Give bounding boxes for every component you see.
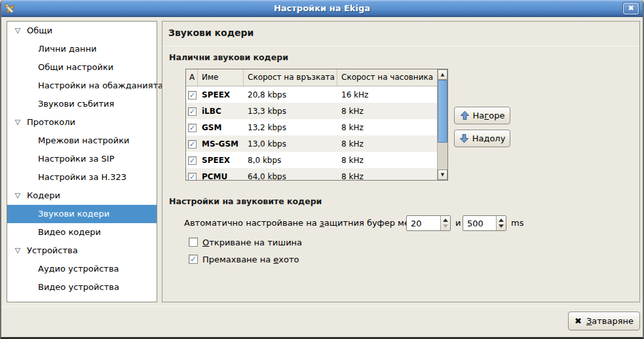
title-separator	[163, 46, 639, 46]
table-row[interactable]: ✓ PCMU 64,0 kbps 8 kHz	[186, 168, 438, 181]
scroll-down-icon[interactable]: ▼	[438, 170, 447, 180]
sidebar-item-codecs[interactable]: ▽ Кодери	[7, 187, 157, 205]
close-button-label: Затваряне	[586, 316, 634, 326]
table-row[interactable]: ✓ iLBC 13,3 kbps 8 kHz	[186, 103, 438, 119]
sidebar-item-network-settings[interactable]: Мрежови настройки	[7, 132, 157, 150]
unit-label: ms	[511, 218, 523, 228]
close-dialog-button[interactable]: ✖ Затваряне	[568, 312, 640, 330]
table-scrollbar[interactable]: ▲ ▼	[437, 69, 447, 180]
window-title: Настройки на Ekiga	[0, 3, 644, 13]
expander-icon[interactable]: ▽	[12, 187, 23, 205]
between-label: и	[455, 218, 461, 228]
sidebar-item-general[interactable]: ▽ Общи	[7, 22, 157, 40]
codec-enabled-checkbox[interactable]: ✓	[188, 107, 197, 116]
echo-cancellation-checkbox[interactable]: ✓	[189, 255, 198, 264]
move-up-button[interactable]: Нагоре	[454, 107, 510, 124]
sidebar-item-personal-data[interactable]: Лични данни	[7, 40, 157, 58]
preferences-window: Настройки на Ekiga ✖ ▽ Общи Лични данни …	[0, 0, 644, 339]
spinner-buttons[interactable]	[440, 216, 450, 230]
expander-icon[interactable]: ▽	[12, 241, 23, 260]
audio-codecs-panel: Звукови кодери Налични звукови кодери А …	[162, 21, 640, 302]
sidebar-item-sip-settings[interactable]: Настройки за SIP	[7, 150, 157, 168]
jitter-max-spinbutton[interactable]: 500	[463, 215, 506, 231]
column-header-bandwidth[interactable]: Скорост на връзката	[244, 69, 337, 86]
sidebar-item-devices[interactable]: ▽ Устройства	[7, 241, 157, 260]
footer-separator	[1, 306, 643, 307]
codec-enabled-checkbox[interactable]: ✓	[188, 140, 197, 149]
sidebar-item-video-codecs[interactable]: Видео кодери	[7, 223, 157, 241]
table-row[interactable]: ✓ GSM 13,2 kbps 8 kHz	[186, 119, 438, 135]
scroll-up-icon[interactable]: ▲	[438, 69, 447, 80]
silence-detection-label: Откриване на тишина	[202, 238, 302, 247]
spin-down-icon[interactable]	[443, 224, 448, 228]
arrow-down-icon	[459, 134, 469, 143]
table-row[interactable]: ✓ MS-GSM 13,0 kbps 8 kHz	[186, 135, 438, 152]
sidebar-item-general-settings[interactable]: Общи настройки	[7, 58, 157, 77]
table-row[interactable]: ✓ SPEEX 20,8 kbps 16 kHz	[186, 86, 438, 103]
close-x-icon: ✖	[575, 316, 582, 326]
arrow-up-icon	[460, 111, 470, 120]
title-bar[interactable]: Настройки на Ekiga ✖	[0, 0, 644, 17]
close-window-button[interactable]: ✖	[623, 3, 639, 14]
sidebar-item-audio-codecs[interactable]: Звукови кодери	[7, 205, 157, 223]
codecs-settings-section-title: Настройки на звуковите кодери	[169, 196, 322, 206]
scrollbar-thumb[interactable]	[438, 80, 447, 143]
sidebar-item-audio-devices[interactable]: Аудио устройства	[7, 260, 157, 278]
move-down-button[interactable]: Надолу	[454, 130, 510, 147]
codecs-table[interactable]: А Име Скорост на връзката Скорост на час…	[185, 69, 448, 181]
sidebar-item-sound-events[interactable]: Звукови събития	[7, 95, 157, 113]
jitter-min-value[interactable]: 20	[411, 219, 422, 228]
available-codecs-section-title: Налични звукови кодери	[169, 52, 288, 62]
table-row[interactable]: ✓ SPEEX 8,0 kbps 8 kHz	[186, 152, 438, 168]
preferences-tree[interactable]: ▽ Общи Лични данни Общи настройки Настро…	[7, 21, 157, 302]
expander-icon[interactable]: ▽	[12, 22, 23, 40]
column-header-clockrate[interactable]: Скорост на часовника	[337, 69, 438, 86]
dialog-content: ▽ Общи Лични данни Общи настройки Настро…	[1, 17, 643, 337]
codecs-table-body: ✓ SPEEX 20,8 kbps 16 kHz ✓ iLBC 13,3 kbp…	[186, 86, 438, 181]
sidebar-item-protocols[interactable]: ▽ Протоколи	[7, 113, 157, 132]
spin-up-icon[interactable]	[499, 219, 504, 222]
spinner-buttons[interactable]	[496, 216, 506, 230]
sidebar-item-call-options[interactable]: Настройки на обажданията	[7, 77, 157, 95]
jitter-min-spinbutton[interactable]: 20	[406, 215, 451, 231]
codec-enabled-checkbox[interactable]: ✓	[188, 91, 197, 99]
codec-enabled-checkbox[interactable]: ✓	[188, 124, 197, 132]
page-title: Звукови кодери	[168, 27, 254, 38]
move-up-label: Нагоре	[473, 111, 505, 120]
codec-enabled-checkbox[interactable]: ✓	[188, 173, 197, 181]
spin-down-icon[interactable]	[499, 224, 504, 228]
echo-cancellation-checkbox-row[interactable]: ✓ Премахване на ехото	[189, 253, 299, 265]
silence-detection-checkbox[interactable]	[189, 238, 198, 247]
jitter-buffer-label: Автоматично настройване на защитния буфе…	[184, 218, 428, 228]
column-header-active[interactable]: А	[186, 69, 198, 86]
spin-up-icon[interactable]	[443, 219, 448, 222]
sidebar-item-h323-settings[interactable]: Настройки за H.323	[7, 168, 157, 187]
codec-enabled-checkbox[interactable]: ✓	[188, 156, 197, 165]
codecs-table-header: А Име Скорост на връзката Скорост на час…	[186, 69, 447, 86]
jitter-max-value[interactable]: 500	[467, 219, 483, 228]
column-header-name[interactable]: Име	[198, 69, 244, 86]
sidebar-item-video-devices[interactable]: Видео устройства	[7, 278, 157, 296]
expander-icon[interactable]: ▽	[12, 113, 23, 132]
echo-cancellation-label: Премахване на ехото	[202, 255, 299, 264]
silence-detection-checkbox-row[interactable]: Откриване на тишина	[189, 236, 302, 248]
jitter-buffer-row: Автоматично настройване на защитния буфе…	[162, 215, 641, 231]
move-down-label: Надолу	[472, 134, 506, 143]
